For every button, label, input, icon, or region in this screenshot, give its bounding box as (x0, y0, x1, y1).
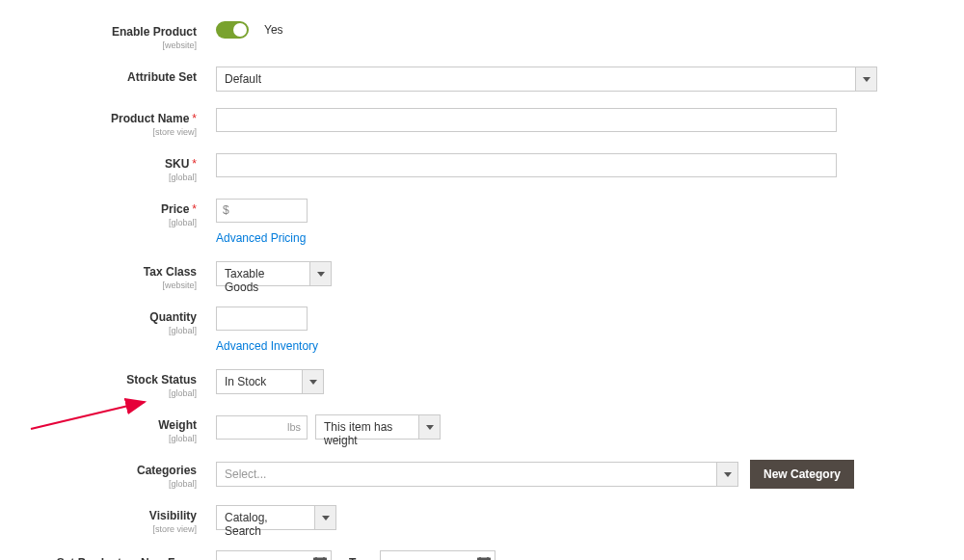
chevron-down-icon (856, 67, 877, 92)
row-categories: Categories [global] Select... New Catego… (29, 460, 964, 489)
product-form: Enable Product [website] Yes Attribute S… (0, 0, 964, 560)
label-weight: Weight [global] (29, 414, 202, 443)
quantity-input[interactable] (216, 307, 308, 331)
row-visibility: Visibility [store view] Catalog, Search (29, 505, 964, 534)
row-attribute-set: Attribute Set Default (29, 67, 964, 92)
chevron-down-icon (717, 462, 738, 487)
weight-type-select[interactable]: This item has weight (315, 414, 441, 440)
enable-product-value: Yes (264, 23, 283, 37)
row-sku: SKU* [global] (29, 153, 964, 182)
label-new-from: Set Product as New From [website] (29, 550, 202, 560)
price-input[interactable] (216, 199, 308, 223)
label-quantity: Quantity [global] (29, 307, 202, 335)
label-price: Price* [global] (29, 199, 202, 227)
enable-product-toggle[interactable] (216, 21, 249, 39)
new-from-date-input[interactable] (216, 550, 332, 560)
advanced-inventory-link[interactable]: Advanced Inventory (216, 339, 318, 353)
new-category-button[interactable]: New Category (750, 460, 854, 489)
weight-input-wrap: lbs (216, 415, 308, 440)
row-tax-class: Tax Class [website] Taxable Goods (29, 261, 964, 290)
label-enable-product: Enable Product [website] (29, 21, 202, 50)
new-to-date-input[interactable] (380, 550, 495, 560)
label-attribute-set: Attribute Set (29, 67, 202, 84)
new-from-to-label: To (339, 556, 372, 561)
label-sku: SKU* [global] (29, 153, 202, 182)
visibility-select[interactable]: Catalog, Search (216, 505, 336, 530)
advanced-pricing-link[interactable]: Advanced Pricing (216, 231, 306, 245)
attribute-set-select[interactable]: Default (216, 67, 877, 92)
row-weight: Weight [global] lbs This item has weight (29, 414, 964, 443)
chevron-down-icon (303, 369, 324, 394)
row-quantity: Quantity [global] Advanced Inventory (29, 307, 964, 353)
stock-status-select[interactable]: In Stock (216, 369, 324, 394)
new-to-date-wrap (380, 550, 495, 560)
row-stock-status: Stock Status [global] In Stock (29, 369, 964, 398)
new-from-date-wrap (216, 550, 332, 560)
tax-class-select[interactable]: Taxable Goods (216, 261, 332, 286)
chevron-down-icon (419, 414, 441, 440)
label-visibility: Visibility [store view] (29, 505, 202, 534)
label-stock-status: Stock Status [global] (29, 369, 202, 398)
row-enable-product: Enable Product [website] Yes (29, 21, 964, 50)
row-new-from: Set Product as New From [website] To (29, 550, 964, 560)
label-tax-class: Tax Class [website] (29, 261, 202, 290)
weight-input[interactable] (216, 415, 308, 440)
categories-select[interactable]: Select... (216, 462, 738, 487)
label-product-name: Product Name* [store view] (29, 108, 202, 137)
chevron-down-icon (310, 261, 332, 286)
row-price: Price* [global] Advanced Pricing (29, 199, 964, 245)
label-categories: Categories [global] (29, 460, 202, 489)
product-name-input[interactable] (216, 108, 837, 132)
price-currency-prefix (216, 199, 308, 223)
chevron-down-icon (315, 505, 336, 530)
row-product-name: Product Name* [store view] (29, 108, 964, 137)
sku-input[interactable] (216, 153, 837, 177)
